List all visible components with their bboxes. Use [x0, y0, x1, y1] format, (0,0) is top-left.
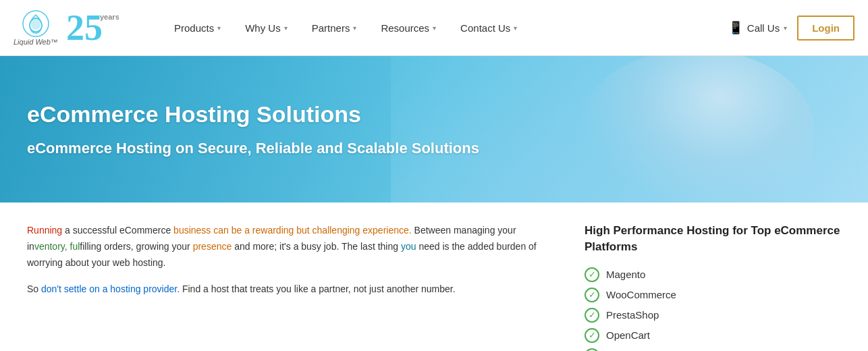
nav-resources[interactable]: Resources ▾ [369, 0, 448, 56]
resources-chevron-icon: ▾ [433, 24, 436, 32]
why-us-chevron-icon: ▾ [284, 24, 288, 32]
check-icon-woocommerce: ✓ [585, 288, 599, 302]
check-icon-magento: ✓ [585, 267, 599, 282]
header-right: 📱 Call Us ▾ Login [728, 16, 855, 40]
nav-partners[interactable]: Partners ▾ [300, 0, 369, 56]
list-item: ✓ Magento [585, 267, 841, 282]
contact-chevron-icon: ▾ [514, 24, 517, 32]
hero-person-image [578, 56, 814, 202]
phone-icon: 📱 [728, 20, 743, 35]
nav-why-us[interactable]: Why Us ▾ [233, 0, 300, 56]
partners-chevron-icon: ▾ [353, 24, 356, 32]
nav-products[interactable]: Products ▾ [162, 0, 233, 56]
hero-section: eCommerce Hosting Solutions eCommerce Ho… [0, 56, 868, 202]
svg-text:25: 25 [66, 7, 103, 47]
platform-woocommerce: WooCommerce [606, 289, 676, 300]
check-icon-xcart: ✓ [585, 348, 599, 351]
content-section: Running a successful eCommerce business … [0, 202, 868, 351]
content-left: Running a successful eCommerce business … [27, 223, 544, 351]
list-item: ✓ X-Cart [585, 348, 841, 351]
anniversary-badge: 25 years [65, 3, 119, 53]
login-button[interactable]: Login [797, 16, 855, 40]
svg-text:years: years [100, 13, 119, 21]
text-running: Running [27, 225, 62, 236]
platforms-title: High Performance Hosting for Top eCommer… [585, 223, 841, 255]
nav-contact[interactable]: Contact Us ▾ [448, 0, 529, 56]
content-right: High Performance Hosting for Top eCommer… [585, 223, 841, 351]
paragraph-2: So don't settle on a hosting provider. F… [27, 281, 544, 298]
hero-subtitle: eCommerce Hosting on Secure, Reliable an… [27, 140, 479, 157]
list-item: ✓ OpenCart [585, 328, 841, 343]
hero-title: eCommerce Hosting Solutions [27, 101, 479, 128]
check-icon-opencart: ✓ [585, 328, 599, 343]
platform-prestashop: PrestaShop [606, 309, 659, 321]
list-item: ✓ PrestaShop [585, 308, 841, 323]
check-icon-prestashop: ✓ [585, 308, 599, 323]
platform-magento: Magento [606, 269, 645, 280]
paragraph-1: Running a successful eCommerce business … [27, 223, 544, 271]
brand-text: Liquid Web™ [13, 38, 58, 46]
platform-list: ✓ Magento ✓ WooCommerce ✓ PrestaShop ✓ O… [585, 267, 841, 351]
hero-content: eCommerce Hosting Solutions eCommerce Ho… [0, 101, 506, 157]
logo-area: Liquid Web™ 25 years [13, 3, 142, 53]
logo-droplet-icon [22, 9, 50, 38]
main-nav: Products ▾ Why Us ▾ Partners ▾ Resources… [162, 0, 728, 56]
call-us-button[interactable]: 📱 Call Us ▾ [728, 20, 787, 35]
call-us-chevron-icon: ▾ [784, 24, 787, 32]
header: Liquid Web™ 25 years Products ▾ Why Us ▾… [0, 0, 868, 56]
liquid-web-logo: Liquid Web™ [13, 9, 58, 46]
platform-opencart: OpenCart [606, 329, 650, 341]
products-chevron-icon: ▾ [217, 24, 221, 32]
list-item: ✓ WooCommerce [585, 288, 841, 302]
anniversary-svg: 25 years [65, 3, 119, 47]
